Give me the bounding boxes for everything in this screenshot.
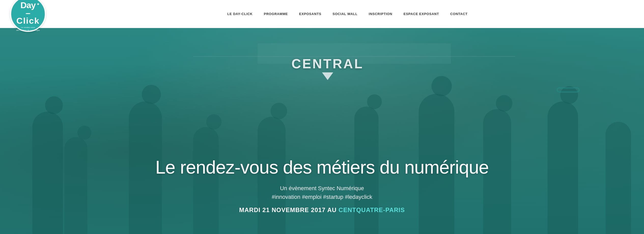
nav-item-exposants[interactable]: EXPOSANTS — [293, 0, 327, 28]
hero-hashtags: #innovation #emploi #startup #ledayclick — [10, 194, 634, 200]
nav-item-social-wall[interactable]: SOCIAL WALL — [327, 0, 363, 28]
hero-date: MARDI 21 NOVEMBRE 2017 AU CENTQUATRE-PAR… — [10, 206, 634, 214]
hero-content: Le rendez-vous des métiers du numérique … — [0, 157, 644, 214]
central-arrow-icon — [322, 72, 333, 80]
logo[interactable]: ✦ Le Day – Click Le rendez-vous des méti… — [10, 0, 46, 36]
nav-item-espace-exposant[interactable]: ESPACE EXPOSANT — [398, 0, 445, 28]
nav-item-le-day-click[interactable]: LE DAY-CLICK — [222, 0, 258, 28]
central-sign: CENTRAL — [291, 56, 363, 80]
hero-subtitle: Un évènement Syntec Numérique — [10, 185, 634, 192]
logo-subtitle: Le rendez-vous des métiers du numérique — [16, 26, 40, 32]
hero-date-prefix: MARDI 21 NOVEMBRE 2017 AU — [239, 206, 337, 213]
hero-venue: CENTQUATRE-PARIS — [339, 206, 405, 213]
logo-dash: – — [26, 9, 31, 16]
main-nav: LE DAY-CLICK PROGRAMME EXPOSANTS SOCIAL … — [61, 0, 634, 28]
hero-section: CENTRAL Le rendez-vous des métiers du nu… — [0, 28, 644, 234]
nav-item-contact[interactable]: CONTACT — [445, 0, 473, 28]
logo-click: Click — [16, 16, 39, 25]
compass-icon: ✦ — [36, 2, 40, 7]
site-header: ✦ Le Day – Click Le rendez-vous des méti… — [0, 0, 644, 28]
hero-title: Le rendez-vous des métiers du numérique — [10, 157, 634, 177]
nav-item-inscription[interactable]: INSCRIPTION — [363, 0, 398, 28]
nav-item-programme[interactable]: PROGRAMME — [258, 0, 293, 28]
